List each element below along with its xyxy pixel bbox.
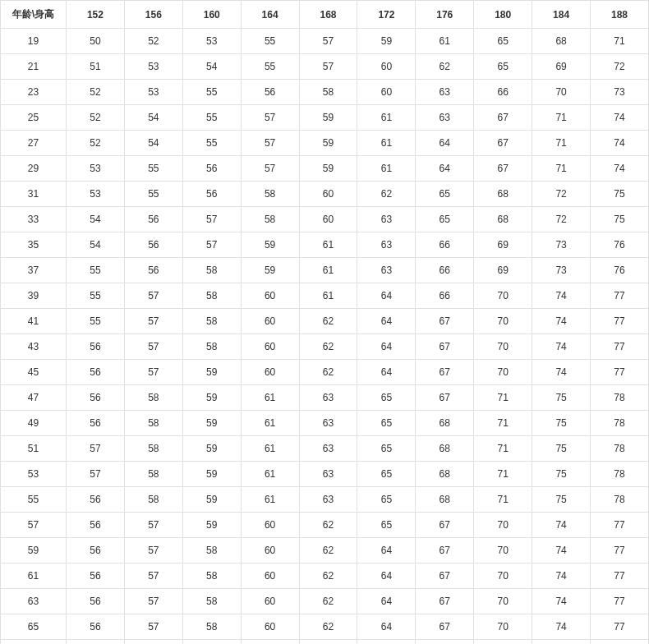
cell-value: 71 — [474, 462, 532, 487]
table-row: 5556585961636568717578 — [1, 487, 649, 513]
cell-value: 58 — [182, 538, 241, 564]
cell-value: 75 — [591, 182, 649, 207]
cell-value: 70 — [474, 564, 532, 589]
cell-value: 56 — [67, 513, 125, 538]
cell-value: 52 — [67, 105, 125, 131]
cell-value: 78 — [591, 385, 649, 411]
table-row: 6356575860626467707477 — [1, 589, 649, 614]
cell-value: 77 — [591, 564, 649, 589]
table-row: 2151535455576062656972 — [1, 54, 649, 80]
cell-value: 61 — [299, 283, 357, 309]
cell-value: 68 — [416, 436, 474, 462]
cell-value: 59 — [299, 105, 357, 131]
cell-value: 67 — [416, 334, 474, 360]
row-age: 23 — [1, 80, 67, 105]
cell-value: 64 — [357, 589, 416, 614]
table-row: 6156575860626467707477 — [1, 564, 649, 589]
cell-value: 60 — [241, 283, 299, 309]
row-age: 27 — [1, 131, 67, 156]
row-age: 43 — [1, 334, 67, 360]
cell-value: 67 — [474, 156, 532, 182]
cell-value: 57 — [299, 29, 357, 54]
cell-value: 77 — [591, 538, 649, 564]
row-age: 37 — [1, 258, 67, 283]
cell-value: 57 — [124, 614, 182, 640]
cell-value: 68 — [532, 29, 591, 54]
cell-value: 63 — [299, 436, 357, 462]
cell-value: 70 — [474, 283, 532, 309]
cell-value: 56 — [67, 589, 125, 614]
cell-value: 61 — [357, 131, 416, 156]
cell-value: 71 — [532, 105, 591, 131]
cell-value: 59 — [241, 258, 299, 283]
row-age: 31 — [1, 182, 67, 207]
cell-value: 57 — [241, 105, 299, 131]
cell-value: 58 — [182, 283, 241, 309]
cell-value: 58 — [182, 564, 241, 589]
cell-value: 59 — [182, 513, 241, 538]
row-age: 49 — [1, 411, 67, 436]
table-row: 5956575860626467707477 — [1, 538, 649, 564]
column-header: 176 — [416, 1, 474, 29]
cell-value: 61 — [241, 436, 299, 462]
cell-value: 55 — [67, 283, 125, 309]
column-header: 168 — [299, 1, 357, 29]
cell-value: 78 — [591, 487, 649, 513]
cell-value: 61 — [241, 385, 299, 411]
cell-value: 64 — [416, 131, 474, 156]
cell-value: 62 — [357, 182, 416, 207]
cell-value: 57 — [124, 564, 182, 589]
cell-value: 65 — [357, 411, 416, 436]
table-row: 2352535556586063667073 — [1, 80, 649, 105]
cell-value: 77 — [591, 513, 649, 538]
cell-value: 64 — [357, 564, 416, 589]
cell-value: 62 — [299, 640, 357, 645]
cell-value: 74 — [532, 360, 591, 385]
cell-value: 57 — [124, 513, 182, 538]
row-age: 63 — [1, 589, 67, 614]
cell-value: 54 — [67, 207, 125, 232]
cell-value: 77 — [591, 309, 649, 334]
cell-value: 69 — [474, 232, 532, 258]
cell-value: 65 — [357, 436, 416, 462]
cell-value: 58 — [124, 487, 182, 513]
cell-value: 58 — [241, 207, 299, 232]
cell-value: 52 — [67, 80, 125, 105]
cell-value: 61 — [241, 487, 299, 513]
cell-value: 57 — [241, 156, 299, 182]
cell-value: 77 — [591, 614, 649, 640]
cell-value: 74 — [532, 564, 591, 589]
cell-value: 68 — [474, 182, 532, 207]
row-age: 41 — [1, 309, 67, 334]
cell-value: 65 — [357, 487, 416, 513]
cell-value: 69 — [532, 54, 591, 80]
cell-value: 57 — [124, 283, 182, 309]
cell-value: 65 — [416, 207, 474, 232]
cell-value: 74 — [591, 156, 649, 182]
cell-value: 56 — [67, 564, 125, 589]
cell-value: 61 — [299, 232, 357, 258]
cell-value: 70 — [474, 513, 532, 538]
cell-value: 56 — [124, 232, 182, 258]
cell-value: 63 — [299, 487, 357, 513]
cell-value: 70 — [474, 538, 532, 564]
row-age: 59 — [1, 538, 67, 564]
cell-value: 67 — [474, 131, 532, 156]
cell-value: 56 — [67, 487, 125, 513]
cell-value: 74 — [532, 309, 591, 334]
table-row: 6756575860626467707477 — [1, 640, 649, 645]
cell-value: 71 — [474, 411, 532, 436]
column-header: 152 — [67, 1, 125, 29]
row-age: 61 — [1, 564, 67, 589]
cell-value: 55 — [182, 131, 241, 156]
table-row: 5357585961636568717578 — [1, 462, 649, 487]
cell-value: 58 — [124, 411, 182, 436]
cell-value: 72 — [532, 182, 591, 207]
cell-value: 66 — [474, 80, 532, 105]
cell-value: 54 — [67, 232, 125, 258]
cell-value: 57 — [182, 207, 241, 232]
cell-value: 77 — [591, 589, 649, 614]
cell-value: 74 — [591, 105, 649, 131]
column-header: 184 — [532, 1, 591, 29]
table-row: 4756585961636567717578 — [1, 385, 649, 411]
